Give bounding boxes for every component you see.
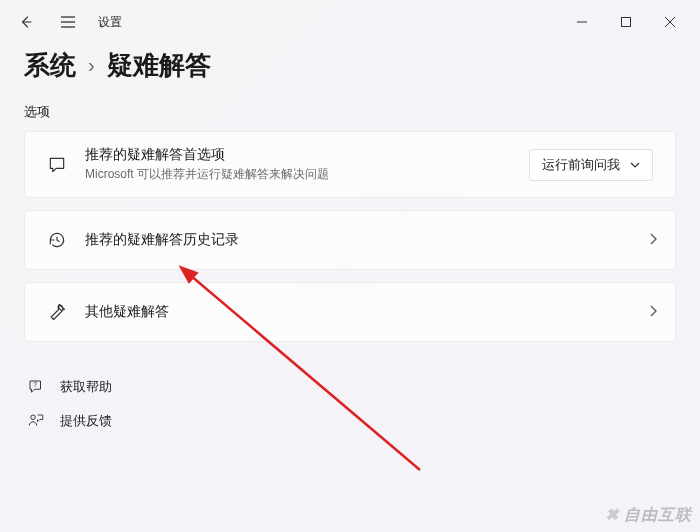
svg-rect-4 — [622, 18, 631, 27]
wrench-icon — [43, 302, 71, 322]
history-icon — [43, 230, 71, 250]
section-label: 选项 — [24, 103, 676, 121]
help-link[interactable]: ? 获取帮助 — [24, 370, 676, 404]
card-other[interactable]: 其他疑难解答 — [24, 282, 676, 342]
feedback-label: 提供反馈 — [60, 412, 112, 430]
card-other-text: 其他疑难解答 — [85, 303, 641, 321]
card-history[interactable]: 推荐的疑难解答历史记录 — [24, 210, 676, 270]
feedback-link[interactable]: 提供反馈 — [24, 404, 676, 438]
preferences-dropdown-value: 运行前询问我 — [542, 156, 620, 174]
content-area: 系统 › 疑难解答 选项 推荐的疑难解答首选项 Microsoft 可以推荐并运… — [0, 48, 700, 438]
back-arrow-icon — [19, 15, 33, 29]
menu-button[interactable] — [50, 4, 86, 40]
breadcrumb-current: 疑难解答 — [107, 48, 211, 83]
card-history-text: 推荐的疑难解答历史记录 — [85, 231, 641, 249]
chevron-right-icon — [649, 303, 657, 321]
back-button[interactable] — [8, 4, 44, 40]
card-preferences-subtitle: Microsoft 可以推荐并运行疑难解答来解决问题 — [85, 166, 529, 183]
hamburger-icon — [60, 15, 76, 29]
svg-text:?: ? — [33, 381, 37, 388]
preferences-dropdown[interactable]: 运行前询问我 — [529, 149, 653, 181]
chat-icon — [43, 155, 71, 175]
app-title: 设置 — [98, 14, 122, 31]
help-icon: ? — [26, 378, 46, 396]
card-history-title: 推荐的疑难解答历史记录 — [85, 231, 641, 249]
minimize-button[interactable] — [560, 6, 604, 38]
card-preferences[interactable]: 推荐的疑难解答首选项 Microsoft 可以推荐并运行疑难解答来解决问题 运行… — [24, 131, 676, 198]
footer-links: ? 获取帮助 提供反馈 — [24, 370, 676, 438]
help-label: 获取帮助 — [60, 378, 112, 396]
minimize-icon — [577, 17, 587, 27]
titlebar: 设置 — [0, 0, 700, 44]
card-preferences-text: 推荐的疑难解答首选项 Microsoft 可以推荐并运行疑难解答来解决问题 — [85, 146, 529, 183]
feedback-icon — [26, 412, 46, 430]
card-preferences-title: 推荐的疑难解答首选项 — [85, 146, 529, 164]
titlebar-left: 设置 — [8, 4, 122, 40]
breadcrumb: 系统 › 疑难解答 — [24, 48, 676, 83]
breadcrumb-separator: › — [88, 54, 95, 77]
close-icon — [665, 17, 675, 27]
chevron-right-icon — [649, 231, 657, 249]
chevron-down-icon — [630, 162, 640, 168]
window-controls — [560, 6, 692, 38]
card-other-title: 其他疑难解答 — [85, 303, 641, 321]
maximize-icon — [621, 17, 631, 27]
maximize-button[interactable] — [604, 6, 648, 38]
watermark: ✖ 自由互联 — [605, 505, 692, 526]
breadcrumb-parent[interactable]: 系统 — [24, 48, 76, 83]
svg-point-8 — [31, 415, 36, 420]
close-button[interactable] — [648, 6, 692, 38]
